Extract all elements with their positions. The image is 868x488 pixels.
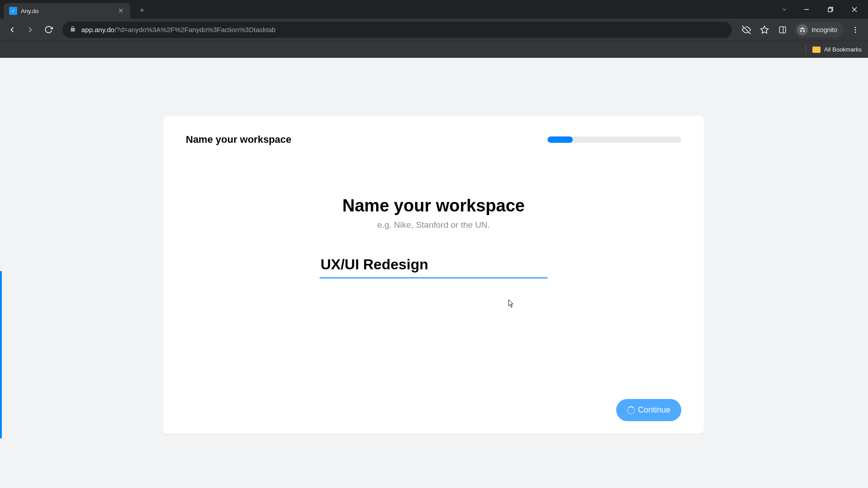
sidebar-accent [0,271,2,438]
card-header: Name your workspace [186,134,681,145]
toolbar-right: Incognito [738,22,863,38]
svg-rect-1 [828,8,832,12]
workspace-name-input[interactable] [320,253,547,278]
side-panel-icon[interactable] [774,22,791,38]
eye-off-icon[interactable] [738,22,755,38]
browser-toolbar: app.any.do/?d=anydo%3A%2F%2Fanydo%3Facti… [0,19,868,41]
lock-icon [70,26,76,34]
progress-fill [547,136,573,143]
all-bookmarks-button[interactable]: All Bookmarks [812,46,862,53]
divider [806,45,806,54]
svg-point-9 [855,29,856,30]
incognito-badge[interactable]: Incognito [794,22,844,38]
window-controls [776,3,864,16]
close-tab-icon[interactable]: ✕ [117,7,125,15]
subtitle: e.g. Nike, Stanford or the UN. [186,220,681,230]
bookmarks-bar: All Bookmarks [0,41,868,58]
main-heading: Name your workspace [186,196,681,216]
tab-strip: ✓ Any.do ✕ + [0,0,868,19]
page-content: Name your workspace Name your workspace … [0,58,868,488]
continue-label: Continue [638,405,670,415]
card-step-title: Name your workspace [186,134,292,145]
loading-spinner-icon [627,406,635,414]
address-bar[interactable]: app.any.do/?d=anydo%3A%2F%2Fanydo%3Facti… [62,22,732,38]
new-tab-button[interactable]: + [136,5,148,17]
reload-button[interactable] [41,22,56,38]
incognito-label: Incognito [811,26,837,33]
back-button[interactable] [5,22,20,38]
tab-title: Any.do [21,8,113,14]
star-icon[interactable] [756,22,773,38]
close-window-button[interactable] [844,3,864,16]
forward-button[interactable] [23,22,38,38]
continue-button[interactable]: Continue [616,399,681,421]
favicon-icon: ✓ [9,7,17,15]
bookmarks-label: All Bookmarks [824,46,862,53]
minimize-button[interactable] [796,3,816,16]
incognito-icon [797,24,808,35]
svg-marker-5 [761,26,769,33]
progress-bar [547,136,681,143]
folder-icon [812,47,821,53]
tab-search-icon[interactable] [776,3,793,16]
svg-point-10 [855,31,856,33]
menu-icon[interactable] [847,22,863,38]
url-text: app.any.do/?d=anydo%3A%2F%2Fanydo%3Facti… [81,26,276,33]
onboarding-card: Name your workspace Name your workspace … [163,116,704,434]
maximize-button[interactable] [820,3,840,16]
svg-point-8 [855,27,856,28]
browser-tab[interactable]: ✓ Any.do ✕ [4,3,130,19]
svg-rect-6 [779,27,786,33]
